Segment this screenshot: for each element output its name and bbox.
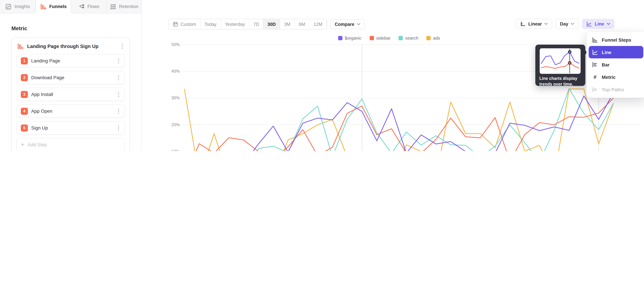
range-3m[interactable]: 3M <box>280 19 295 29</box>
scale-dropdown-button[interactable]: Linear <box>516 19 552 29</box>
range-label: 30D <box>268 22 276 27</box>
tab-label: Funnels <box>49 4 67 9</box>
step-number-badge: 3 <box>21 91 28 98</box>
menu-item-bar[interactable]: Bar <box>589 58 643 71</box>
funnel-metric-icon <box>17 43 24 50</box>
svg-text:10%: 10% <box>172 149 180 151</box>
date-range-segmented-control: Custom Today Yesterday 7D 30D 3M <box>168 19 327 30</box>
range-custom[interactable]: Custom <box>169 19 200 29</box>
metric-heading-row: Metric <box>12 26 130 32</box>
metric-kebab-icon[interactable] <box>120 42 124 50</box>
tooltip-text: Line charts display trends over time. <box>535 74 585 87</box>
step-kebab-icon[interactable] <box>117 124 120 132</box>
step-sign-up[interactable]: 5 Sign Up <box>16 121 125 134</box>
calendar-icon <box>173 22 178 27</box>
step-app-install[interactable]: 3 App Install <box>16 88 125 101</box>
legend-label: ads <box>433 36 440 40</box>
chart-legend: $organic sidebar search ads <box>161 36 617 40</box>
metric-card: Landing Page through Sign Up 1 Landing P… <box>12 38 130 151</box>
range-label: 6M <box>299 22 305 27</box>
step-label: App Install <box>31 92 113 97</box>
menu-item-top-paths[interactable]: Top Paths <box>589 83 643 96</box>
tab-insights[interactable]: Insights <box>0 0 36 14</box>
compare-label: Compare <box>335 22 354 27</box>
step-number-badge: 1 <box>21 57 28 64</box>
line-chart-icon <box>592 49 598 55</box>
legend-organic[interactable]: $organic <box>338 36 362 40</box>
legend-label: search <box>405 36 418 40</box>
step-app-open[interactable]: 4 App Open <box>16 104 125 118</box>
menu-item-line[interactable]: Line <box>589 46 643 58</box>
range-30d[interactable]: 30D <box>264 19 280 29</box>
menu-item-funnel-steps[interactable]: Funnel Steps <box>589 34 643 46</box>
legend-swatch <box>399 36 403 40</box>
tab-flows[interactable]: Flows <box>71 0 106 14</box>
menu-item-label: Top Paths <box>602 87 624 92</box>
step-kebab-icon[interactable] <box>117 57 120 64</box>
app-window: Insights Funnels Flows Retention Metric <box>0 0 644 151</box>
query-sidebar: Metric Landing Page through Sign Up 1 La… <box>0 14 142 151</box>
chart-type-menu: Funnel Steps Line Bar # Metric Top Paths <box>586 31 644 98</box>
linear-label: Linear <box>528 21 542 26</box>
step-kebab-icon[interactable] <box>117 74 120 81</box>
interval-dropdown-button[interactable]: Day <box>556 19 579 29</box>
range-today[interactable]: Today <box>200 19 221 29</box>
report-tabbar: Insights Funnels Flows Retention <box>0 0 142 14</box>
metric-title: Landing Page through Sign Up <box>27 44 117 49</box>
step-kebab-icon[interactable] <box>117 107 120 115</box>
range-6m[interactable]: 6M <box>295 19 310 29</box>
plus-icon: + <box>21 142 24 147</box>
svg-text:30%: 30% <box>172 96 180 100</box>
range-label: 12M <box>314 22 322 27</box>
svg-text:40%: 40% <box>172 69 180 74</box>
legend-label: sidebar <box>376 36 390 40</box>
day-label: Day <box>560 21 568 26</box>
legend-label: $organic <box>345 36 362 40</box>
range-label: 7D <box>253 22 259 27</box>
chart-type-dropdown-button[interactable]: Line <box>582 19 614 29</box>
menu-item-label: Funnel Steps <box>602 37 631 42</box>
legend-search[interactable]: search <box>399 36 418 40</box>
step-number-badge: 4 <box>21 108 28 114</box>
metric-card-header[interactable]: Landing Page through Sign Up <box>12 38 130 53</box>
top-paths-icon <box>592 86 598 92</box>
add-step-button[interactable]: + Add Step <box>16 138 125 151</box>
bar-chart-icon <box>592 62 598 68</box>
metric-icon: # <box>592 74 598 80</box>
legend-ads[interactable]: ads <box>426 36 440 40</box>
compare-button[interactable]: Compare <box>330 19 365 29</box>
funnels-icon <box>40 3 46 10</box>
menu-item-metric[interactable]: # Metric <box>589 71 643 83</box>
range-7d[interactable]: 7D <box>249 19 264 29</box>
legend-swatch <box>426 36 431 40</box>
legend-swatch <box>370 36 374 40</box>
line-chart-icon <box>586 21 592 27</box>
funnel-steps-icon <box>592 37 598 43</box>
step-download-page[interactable]: 2 Download Page <box>16 71 125 84</box>
tab-retention[interactable]: Retention <box>106 0 142 14</box>
range-label: Yesterday <box>225 22 245 27</box>
step-number-badge: 2 <box>21 74 28 81</box>
range-yesterday[interactable]: Yesterday <box>221 19 249 29</box>
range-label: Today <box>204 22 216 27</box>
date-range-toolbar: Custom Today Yesterday 7D 30D 3M <box>168 19 365 30</box>
funnel-steps-list: 1 Landing Page 2 Download Page 3 App Ins… <box>12 53 130 151</box>
step-label: Download Page <box>31 75 113 80</box>
legend-sidebar[interactable]: sidebar <box>370 36 390 40</box>
tab-funnels[interactable]: Funnels <box>36 0 71 14</box>
chart-type-tooltip: Line charts display trends over time. <box>535 45 585 86</box>
step-number-badge: 5 <box>21 124 28 131</box>
add-step-label: Add Step <box>28 142 47 147</box>
linear-scale-icon <box>520 21 526 26</box>
range-12m[interactable]: 12M <box>310 19 327 29</box>
step-label: Sign Up <box>31 125 113 130</box>
metric-heading: Metric <box>12 26 27 32</box>
svg-text:50%: 50% <box>172 42 180 47</box>
chart-options-toolbar: Linear Day Line <box>516 19 614 29</box>
range-label: 3M <box>284 22 290 27</box>
menu-item-label: Metric <box>602 74 616 80</box>
menu-item-label: Line <box>602 50 612 55</box>
tab-label: Retention <box>119 4 138 9</box>
step-landing-page[interactable]: 1 Landing Page <box>16 54 125 68</box>
step-kebab-icon[interactable] <box>117 90 120 98</box>
